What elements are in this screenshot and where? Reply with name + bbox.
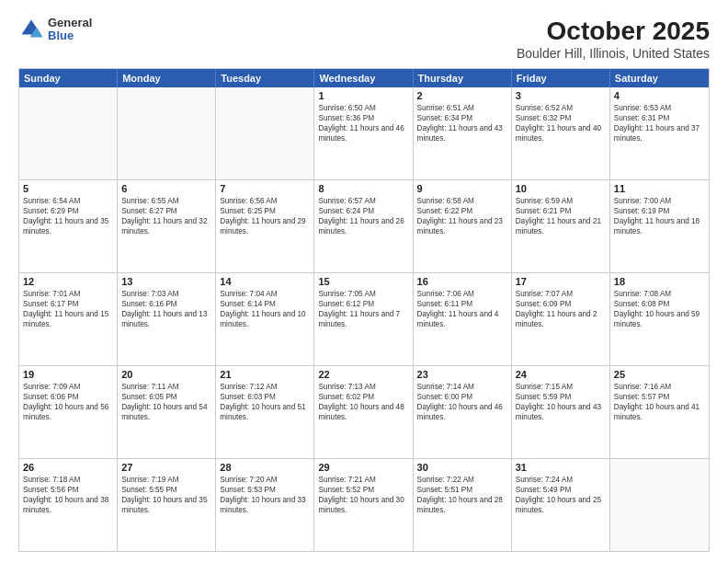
day-number: 26: [23, 462, 113, 473]
header-day-monday: Monday: [118, 69, 216, 87]
day-number: 15: [318, 276, 408, 287]
day-number: 21: [220, 369, 310, 380]
day-number: 9: [417, 183, 507, 194]
day-number: 7: [220, 183, 310, 194]
day-cell-25: 25Sunrise: 7:16 AMSunset: 5:57 PMDayligh…: [610, 366, 709, 458]
cell-info: Sunrise: 7:04 AMSunset: 6:14 PMDaylight:…: [220, 289, 310, 329]
cell-info: Sunrise: 7:15 AMSunset: 5:59 PMDaylight:…: [516, 382, 606, 422]
empty-cell: [216, 87, 314, 179]
day-cell-27: 27Sunrise: 7:19 AMSunset: 5:55 PMDayligh…: [118, 459, 216, 551]
day-number: 12: [23, 276, 113, 287]
day-cell-31: 31Sunrise: 7:24 AMSunset: 5:49 PMDayligh…: [512, 459, 610, 551]
day-number: 29: [318, 462, 408, 473]
day-number: 17: [516, 276, 606, 287]
day-cell-26: 26Sunrise: 7:18 AMSunset: 5:56 PMDayligh…: [19, 459, 118, 551]
day-cell-24: 24Sunrise: 7:15 AMSunset: 5:59 PMDayligh…: [512, 366, 610, 458]
day-cell-14: 14Sunrise: 7:04 AMSunset: 6:14 PMDayligh…: [216, 273, 314, 365]
cell-info: Sunrise: 6:57 AMSunset: 6:24 PMDaylight:…: [318, 196, 408, 236]
header-day-friday: Friday: [512, 69, 610, 87]
cell-info: Sunrise: 7:16 AMSunset: 5:57 PMDaylight:…: [614, 382, 705, 422]
cell-info: Sunrise: 7:11 AMSunset: 6:05 PMDaylight:…: [121, 382, 211, 422]
day-number: 13: [121, 276, 211, 287]
cell-info: Sunrise: 7:22 AMSunset: 5:51 PMDaylight:…: [417, 475, 507, 515]
logo: General Blue: [18, 17, 92, 43]
cell-info: Sunrise: 7:21 AMSunset: 5:52 PMDaylight:…: [318, 475, 408, 515]
day-number: 6: [121, 183, 211, 194]
logo-blue: Blue: [48, 29, 92, 42]
cell-info: Sunrise: 7:01 AMSunset: 6:17 PMDaylight:…: [23, 289, 113, 329]
cell-info: Sunrise: 6:55 AMSunset: 6:27 PMDaylight:…: [121, 196, 211, 236]
day-number: 25: [614, 369, 705, 380]
cell-info: Sunrise: 6:59 AMSunset: 6:21 PMDaylight:…: [516, 196, 606, 236]
day-cell-13: 13Sunrise: 7:03 AMSunset: 6:16 PMDayligh…: [118, 273, 216, 365]
day-cell-1: 1Sunrise: 6:50 AMSunset: 6:36 PMDaylight…: [314, 87, 413, 179]
calendar: SundayMondayTuesdayWednesdayThursdayFrid…: [18, 68, 710, 552]
empty-cell: [118, 87, 216, 179]
calendar-body: 1Sunrise: 6:50 AMSunset: 6:36 PMDaylight…: [19, 87, 709, 551]
day-cell-17: 17Sunrise: 7:07 AMSunset: 6:09 PMDayligh…: [512, 273, 610, 365]
cell-info: Sunrise: 7:00 AMSunset: 6:19 PMDaylight:…: [614, 196, 705, 236]
header-day-tuesday: Tuesday: [216, 69, 314, 87]
empty-cell: [19, 87, 118, 179]
logo-general: General: [48, 17, 92, 29]
header-day-wednesday: Wednesday: [314, 69, 413, 87]
cell-info: Sunrise: 6:56 AMSunset: 6:25 PMDaylight:…: [220, 196, 310, 236]
cell-info: Sunrise: 7:20 AMSunset: 5:53 PMDaylight:…: [220, 475, 310, 515]
day-number: 24: [516, 369, 606, 380]
day-number: 28: [220, 462, 310, 473]
logo-icon: [18, 17, 44, 42]
day-number: 10: [516, 183, 606, 194]
day-cell-29: 29Sunrise: 7:21 AMSunset: 5:52 PMDayligh…: [314, 459, 413, 551]
day-cell-6: 6Sunrise: 6:55 AMSunset: 6:27 PMDaylight…: [118, 180, 216, 272]
cell-info: Sunrise: 7:24 AMSunset: 5:49 PMDaylight:…: [516, 475, 606, 515]
day-number: 30: [417, 462, 507, 473]
day-number: 31: [516, 462, 606, 473]
day-number: 11: [614, 183, 705, 194]
day-number: 4: [614, 90, 705, 101]
day-number: 27: [121, 462, 211, 473]
day-cell-23: 23Sunrise: 7:14 AMSunset: 6:00 PMDayligh…: [414, 366, 512, 458]
day-cell-10: 10Sunrise: 6:59 AMSunset: 6:21 PMDayligh…: [512, 180, 610, 272]
cell-info: Sunrise: 7:06 AMSunset: 6:11 PMDaylight:…: [417, 289, 507, 329]
logo-text: General Blue: [48, 17, 92, 43]
empty-cell: [610, 459, 709, 551]
page: General Blue October 2025 Boulder Hill, …: [0, 0, 728, 563]
day-number: 19: [23, 369, 113, 380]
day-cell-4: 4Sunrise: 6:53 AMSunset: 6:31 PMDaylight…: [610, 87, 709, 179]
month-title: October 2025: [517, 17, 710, 46]
day-number: 18: [614, 276, 705, 287]
header-day-thursday: Thursday: [414, 69, 512, 87]
day-cell-12: 12Sunrise: 7:01 AMSunset: 6:17 PMDayligh…: [19, 273, 118, 365]
cell-info: Sunrise: 6:53 AMSunset: 6:31 PMDaylight:…: [614, 103, 705, 144]
cell-info: Sunrise: 6:52 AMSunset: 6:32 PMDaylight:…: [516, 103, 606, 144]
cell-info: Sunrise: 6:50 AMSunset: 6:36 PMDaylight:…: [318, 103, 408, 144]
cell-info: Sunrise: 7:18 AMSunset: 5:56 PMDaylight:…: [23, 475, 113, 515]
day-cell-22: 22Sunrise: 7:13 AMSunset: 6:02 PMDayligh…: [314, 366, 413, 458]
header-day-sunday: Sunday: [19, 69, 118, 87]
day-number: 14: [220, 276, 310, 287]
day-number: 1: [318, 90, 408, 101]
cell-info: Sunrise: 6:58 AMSunset: 6:22 PMDaylight:…: [417, 196, 507, 236]
week-row-5: 26Sunrise: 7:18 AMSunset: 5:56 PMDayligh…: [19, 459, 709, 551]
day-cell-28: 28Sunrise: 7:20 AMSunset: 5:53 PMDayligh…: [216, 459, 314, 551]
day-number: 16: [417, 276, 507, 287]
title-block: October 2025 Boulder Hill, Illinois, Uni…: [517, 17, 710, 61]
day-cell-5: 5Sunrise: 6:54 AMSunset: 6:29 PMDaylight…: [19, 180, 118, 272]
header: General Blue October 2025 Boulder Hill, …: [18, 17, 710, 61]
cell-info: Sunrise: 7:12 AMSunset: 6:03 PMDaylight:…: [220, 382, 310, 422]
cell-info: Sunrise: 7:14 AMSunset: 6:00 PMDaylight:…: [417, 382, 507, 422]
week-row-4: 19Sunrise: 7:09 AMSunset: 6:06 PMDayligh…: [19, 366, 709, 459]
day-cell-15: 15Sunrise: 7:05 AMSunset: 6:12 PMDayligh…: [314, 273, 413, 365]
cell-info: Sunrise: 7:13 AMSunset: 6:02 PMDaylight:…: [318, 382, 408, 422]
day-cell-7: 7Sunrise: 6:56 AMSunset: 6:25 PMDaylight…: [216, 180, 314, 272]
day-cell-16: 16Sunrise: 7:06 AMSunset: 6:11 PMDayligh…: [414, 273, 512, 365]
cell-info: Sunrise: 7:19 AMSunset: 5:55 PMDaylight:…: [121, 475, 211, 515]
cell-info: Sunrise: 7:03 AMSunset: 6:16 PMDaylight:…: [121, 289, 211, 329]
cell-info: Sunrise: 7:05 AMSunset: 6:12 PMDaylight:…: [318, 289, 408, 329]
day-cell-18: 18Sunrise: 7:08 AMSunset: 6:08 PMDayligh…: [610, 273, 709, 365]
cell-info: Sunrise: 7:07 AMSunset: 6:09 PMDaylight:…: [516, 289, 606, 329]
location-title: Boulder Hill, Illinois, United States: [517, 46, 710, 61]
day-cell-30: 30Sunrise: 7:22 AMSunset: 5:51 PMDayligh…: [414, 459, 512, 551]
day-cell-3: 3Sunrise: 6:52 AMSunset: 6:32 PMDaylight…: [512, 87, 610, 179]
day-number: 5: [23, 183, 113, 194]
